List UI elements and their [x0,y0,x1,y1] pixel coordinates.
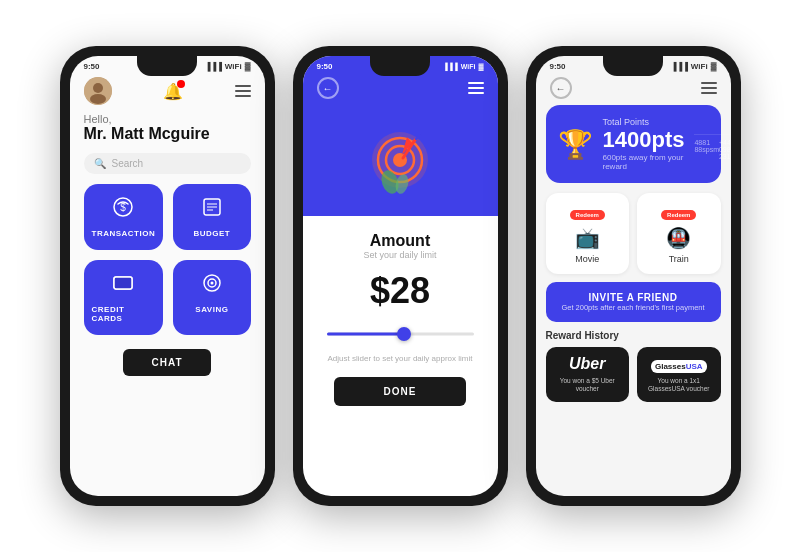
phone-2-top: 9:50 ▐▐▐ WiFi ▓ ← [303,56,498,216]
phone-3: 9:50 ▐▐▐ WiFi ▓ ← 🏆 Total Points [526,46,741,506]
card-number: 4881 88spsm [694,139,719,160]
slider-thumb[interactable] [397,327,411,341]
notch-2 [370,56,430,76]
movie-label: Movie [556,254,620,264]
points-value: 1400pts [603,127,685,153]
redeem-train-card[interactable]: Redeem 🚇 Train [637,193,721,274]
phone-2-header: ← [303,73,498,107]
points-label: Total Points [603,117,685,127]
reward-cards: Uber You won a $5 Uber voucher GlassesUS… [546,347,721,402]
phone-1-screen: 9:50 ▐▐▐ WiFi ▓ 🔔 [70,56,265,496]
card-expiry: +44 0987 2311 [719,139,731,160]
amount-value: $28 [317,270,484,312]
battery-icon-2: ▓ [478,63,483,70]
reward-history-title: Reward History [546,330,721,341]
transaction-icon: $ [112,196,134,223]
invite-friend-button[interactable]: INVITE A FRIEND Get 200pts after each fr… [546,282,721,322]
battery-icon-1: ▓ [245,62,251,71]
greeting: Hello, Mr. Matt Mcguire [70,113,265,149]
hamburger-menu-icon[interactable] [235,85,251,97]
trophy-icon: 🏆 [558,128,593,161]
saving-button[interactable]: SAVING [173,260,250,335]
signal-icon-1: ▐▐▐ [205,62,222,71]
search-placeholder: Search [112,158,144,169]
credit-cards-button[interactable]: CREDIT CARDS [84,260,164,335]
redeem-movie-badge: Redeem [570,210,605,220]
points-card-footer: 4881 88spsm +44 0987 2311 [694,134,730,160]
svg-text:$: $ [121,202,127,213]
status-icons-3: ▐▐▐ WiFi ▓ [671,62,717,71]
uber-reward-card[interactable]: Uber You won a $5 Uber voucher [546,347,630,402]
budget-icon [201,196,223,223]
points-card: 🏆 Total Points 1400pts 600pts away from … [546,105,721,183]
notch-1 [137,56,197,76]
budget-label: BUDGET [193,229,230,238]
slider-fill [327,333,408,336]
redeem-row: Redeem 📺 Movie Redeem 🚇 Train [536,193,731,282]
notification-badge [177,80,185,88]
points-info: Total Points 1400pts 600pts away from yo… [603,117,685,171]
search-bar[interactable]: 🔍 Search [84,153,251,174]
credit-cards-icon [112,272,134,299]
amount-slider[interactable] [327,324,474,344]
target-illustration [303,107,498,216]
menu-icon-3[interactable] [701,82,717,94]
svg-point-15 [210,282,213,285]
train-icon: 🚇 [647,226,711,250]
time-3: 9:50 [550,62,566,71]
slider-hint: Adjust slider to set your daily approx l… [317,354,484,363]
svg-rect-12 [114,277,132,289]
glasses-reward-text: You won a 1x1 GlassesUSA voucher [645,377,713,394]
phone-2-bottom: Amount Set your daily limit $28 Adjust s… [303,216,498,422]
saving-icon [201,272,223,299]
search-icon: 🔍 [94,158,106,169]
uber-logo: Uber [554,355,622,373]
back-button[interactable]: ← [317,77,339,99]
reward-history: Reward History Uber You won a $5 Uber vo… [536,330,731,402]
uber-reward-text: You won a $5 Uber voucher [554,377,622,394]
saving-label: SAVING [195,305,228,314]
time-1: 9:50 [84,62,100,71]
target-svg [360,122,440,202]
avatar[interactable] [84,77,112,105]
redeem-movie-card[interactable]: Redeem 📺 Movie [546,193,630,274]
signal-icon-3: ▐▐▐ [671,62,688,71]
transaction-label: TRANSACTION [92,229,156,238]
invite-title: INVITE A FRIEND [556,292,711,303]
train-label: Train [647,254,711,264]
greeting-name: Mr. Matt Mcguire [84,125,251,143]
wifi-icon-3: WiFi [691,62,708,71]
svg-point-1 [93,83,103,93]
amount-subtitle: Set your daily limit [317,250,484,260]
movie-icon: 📺 [556,226,620,250]
back-button-3[interactable]: ← [550,77,572,99]
svg-line-22 [416,134,422,139]
credit-cards-label: CREDIT CARDS [92,305,156,323]
chat-button[interactable]: CHAT [123,349,210,376]
wifi-icon-2: WiFi [461,63,476,70]
budget-button[interactable]: BUDGET [173,184,250,250]
signal-icon-2: ▐▐▐ [443,63,458,70]
invite-subtitle: Get 200pts after each friend's first pay… [556,303,711,312]
transaction-button[interactable]: $ TRANSACTION [84,184,164,250]
battery-icon-3: ▓ [711,62,717,71]
notch-3 [603,56,663,76]
done-button[interactable]: DONE [334,377,467,406]
greeting-hello: Hello, [84,113,251,125]
amount-title: Amount [317,232,484,250]
phone-1: 9:50 ▐▐▐ WiFi ▓ 🔔 [60,46,275,506]
points-sub: 600pts away from your reward [603,153,685,171]
svg-point-2 [90,94,106,104]
notification-icon[interactable]: 🔔 [163,82,183,101]
phone-1-header: 🔔 [70,73,265,113]
phone-2: 9:50 ▐▐▐ WiFi ▓ ← [293,46,508,506]
status-icons-2: ▐▐▐ WiFi ▓ [443,63,484,70]
wifi-icon-1: WiFi [225,62,242,71]
phone-3-screen: 9:50 ▐▐▐ WiFi ▓ ← 🏆 Total Points [536,56,731,496]
phone-3-header: ← [536,73,731,105]
menu-icon-2[interactable] [468,82,484,94]
glasses-reward-card[interactable]: GlassesUSA You won a 1x1 GlassesUSA vouc… [637,347,721,402]
glasses-usa-logo: GlassesUSA [651,360,707,373]
redeem-train-badge: Redeem [661,210,696,220]
grid-buttons: $ TRANSACTION B [70,184,265,335]
